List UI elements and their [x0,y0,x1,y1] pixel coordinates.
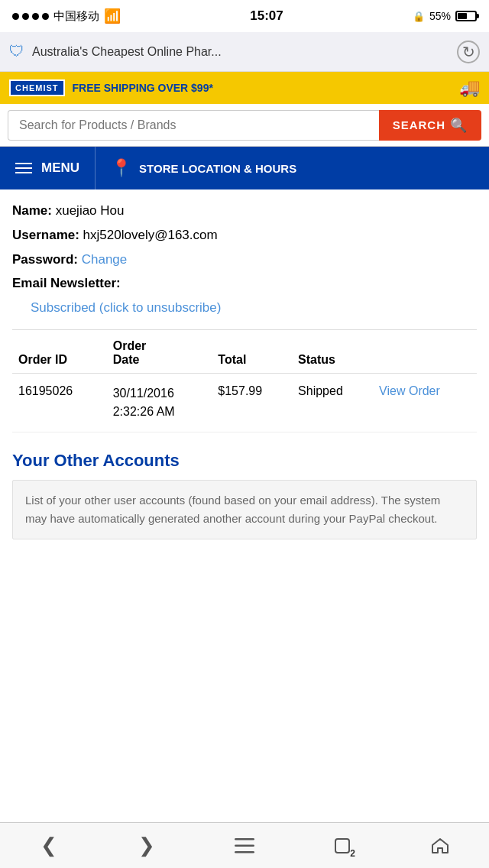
hamburger-icon [15,163,32,173]
action-header [373,330,477,374]
menu-button[interactable]: MENU [0,147,96,189]
table-row: 16195026 30/11/2016 2:32:26 AM $157.99 S… [12,373,477,432]
order-id-header: Order ID [12,330,107,374]
order-section: Order ID Order Date Total Status [12,329,477,432]
search-input[interactable] [8,110,379,141]
name-label: Name: [12,203,52,218]
browser-bar: 🛡 Australia's Cheapest Online Phar... ↻ [0,32,489,72]
browser-title: Australia's Cheapest Online Phar... [32,45,449,59]
refresh-button[interactable]: ↻ [457,40,480,63]
nav-bar: MENU 📍 STORE LOCATION & HOURS [0,147,489,189]
battery-percent: 55% [429,10,451,22]
password-label: Password: [12,252,78,267]
store-label: STORE LOCATION & HOURS [139,162,296,175]
other-accounts-title: Your Other Accounts [12,451,477,471]
carrier-label: 中国移动 [53,9,99,24]
chemist-banner: CHEMIST FREE SHIPPING OVER $99* 🚚 [0,72,489,104]
signal-dots [12,13,49,20]
order-total-cell: $157.99 [212,373,292,432]
order-id-cell: 16195026 [12,373,107,432]
wifi-icon: 📶 [104,8,121,24]
menu-label: MENU [41,160,79,176]
battery-icon [455,11,477,21]
status-header: Status [292,330,373,374]
name-value: xuejiao Hou [56,203,125,218]
status-right: 🔒 55% [413,10,477,22]
total-header: Total [212,330,292,374]
content-area: Name: xuejiao Hou Username: hxj520lovely… [0,189,489,432]
pin-icon: 📍 [111,158,131,178]
time-display: 15:07 [250,8,283,24]
store-location-button[interactable]: 📍 STORE LOCATION & HOURS [96,147,489,189]
view-order-link[interactable]: View Order [379,384,440,397]
search-button-label: SEARCH [393,118,445,131]
status-left: 中国移动 📶 [12,8,121,24]
name-row: Name: xuejiao Hou [12,202,477,220]
shield-icon: 🛡 [9,43,24,60]
change-password-link[interactable]: Change [82,252,128,267]
username-label: Username: [12,228,79,242]
username-row: Username: hxj520lovely@163.com [12,226,477,245]
email-newsletter-label: Email Newsletter: [12,276,121,290]
order-date-header: Order Date [107,330,212,374]
newsletter-status[interactable]: Subscribed (click to unsubscribe) [12,300,221,315]
order-date-cell: 30/11/2016 2:32:26 AM [107,373,212,432]
username-value: hxj520lovely@163.com [83,228,218,242]
order-status-cell: Shipped [292,373,373,432]
other-accounts-description: List of your other user accounts (found … [12,480,477,539]
search-bar: SEARCH 🔍 [0,104,489,147]
search-button[interactable]: SEARCH 🔍 [379,110,481,141]
truck-icon: 🚚 [459,78,480,98]
other-accounts-section: Your Other Accounts List of your other u… [0,432,489,552]
status-bar: 中国移动 📶 15:07 🔒 55% [0,0,489,32]
password-row: Password: Change [12,251,477,269]
search-icon: 🔍 [450,117,468,134]
view-order-cell[interactable]: View Order [373,373,477,432]
order-table: Order ID Order Date Total Status [12,330,477,432]
newsletter-status-row[interactable]: Subscribed (click to unsubscribe) [12,299,477,317]
chemist-logo: CHEMIST [9,79,65,96]
user-info: Name: xuejiao Hou Username: hxj520lovely… [12,202,477,317]
free-shipping-text: FREE SHIPPING OVER $99* [73,82,452,94]
email-newsletter-row: Email Newsletter: [12,274,477,293]
lock-icon: 🔒 [413,11,425,22]
